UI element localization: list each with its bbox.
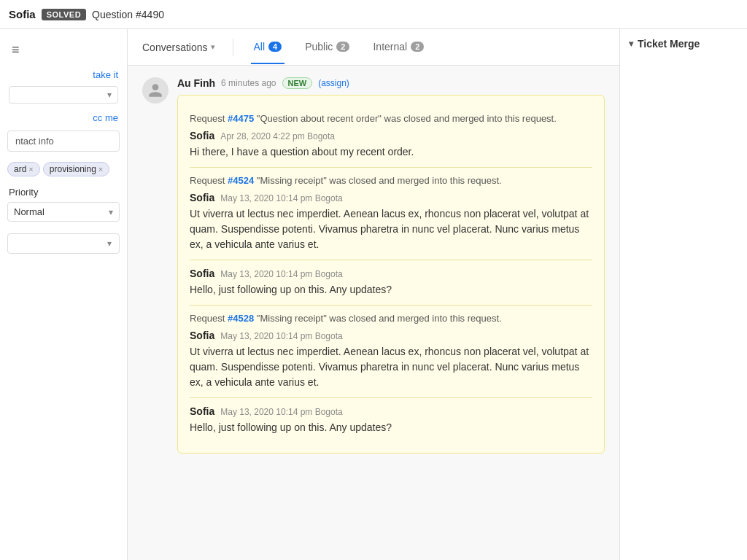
msg-author: Sofia [190,192,214,203]
tab-public-badge: 2 [336,42,349,52]
avatar-col [142,77,169,104]
msg-time: Apr 28, 2020 4:22 pm Bogota [220,131,335,141]
layout: ≡ take it ▾ cc me ntact info ard × provi… [0,29,747,560]
msg-author-line: Sofia Apr 28, 2020 4:22 pm Bogota [190,130,592,141]
message-block-0: Request #4475 "Question about recent ord… [190,106,592,168]
conversations-dropdown-button[interactable]: Conversations ▾ [142,42,215,53]
top-bar-title: Sofia [9,8,36,20]
new-badge: NEW [282,77,313,89]
priority-dropdown[interactable]: Normal ▾ [7,202,120,222]
sidebar: ≡ take it ▾ cc me ntact info ard × provi… [0,29,128,560]
msg-author: Sofia [190,130,214,141]
thread-container: Au Finh 6 minutes ago NEW (assign) Reque… [142,77,605,454]
right-panel: ▾ Ticket Merge [619,29,747,560]
question-label: Question #4490 [92,9,164,20]
msg-time: May 13, 2020 10:14 pm Bogota [220,407,342,417]
tabs-bar: Conversations ▾ All 4 Public 2 Internal … [128,29,619,66]
tab-public[interactable]: Public 2 [302,31,352,64]
ticket-merge-label: Ticket Merge [638,38,700,50]
contact-info-field[interactable]: ntact info [7,131,120,152]
conversation-area: Au Finh 6 minutes ago NEW (assign) Reque… [128,66,619,560]
tag-ard[interactable]: ard × [7,162,40,176]
collapse-icon: ▾ [629,39,633,49]
priority-chevron-icon: ▾ [109,207,113,217]
take-it-button[interactable]: take it [0,66,127,83]
msg-time: May 13, 2020 10:14 pm Bogota [220,193,342,203]
main-panel: Conversations ▾ All 4 Public 2 Internal … [128,29,619,560]
msg-author-line: Sofia May 13, 2020 10:14 pm Bogota [190,330,592,341]
solved-badge: SOLVED [42,9,86,20]
msg-text: Ut viverra ut lectus nec imperdiet. Aene… [190,344,592,390]
tab-internal[interactable]: Internal 2 [370,31,427,64]
tab-internal-badge: 2 [411,42,424,52]
thread-time: 6 minutes ago [221,78,276,88]
merge-link[interactable]: #4528 [228,313,254,324]
message-block-3: Request #4528 "Missing receipt" was clos… [190,306,592,398]
msg-author-line: Sofia May 13, 2020 10:14 pm Bogota [190,192,592,203]
priority-value: Normal [14,206,44,217]
tab-all[interactable]: All 4 [251,31,285,64]
hamburger-icon[interactable]: ≡ [0,36,127,63]
msg-author-line: Sofia May 13, 2020 10:14 pm Bogota [190,405,592,417]
merge-notice: Request #4524 "Missing receipt" was clos… [190,175,592,186]
tab-all-badge: 4 [268,42,282,52]
msg-text: Ut viverra ut lectus nec imperdiet. Aene… [190,206,592,252]
msg-author-line: Sofia May 13, 2020 10:14 pm Bogota [190,268,592,279]
msg-text: Hello, just following up on this. Any up… [190,282,592,298]
message-block-4: Sofia May 13, 2020 10:14 pm Bogota Hello… [190,398,592,443]
sidebar-bottom-section[interactable]: ▾ [7,233,120,254]
message-block-2: Sofia May 13, 2020 10:14 pm Bogota Hello… [190,260,592,306]
priority-label: Priority [0,182,127,199]
merge-link[interactable]: #4475 [228,113,254,124]
tags-container: ard × provisioning × [0,156,127,182]
thread-author: Au Finh [177,77,215,89]
merge-notice: Request #4475 "Question about recent ord… [190,113,592,124]
conversations-label: Conversations [142,42,208,53]
tag-ard-remove[interactable]: × [28,165,33,174]
assignee-dropdown[interactable]: ▾ [9,86,118,104]
msg-text: Hello, just following up on this. Any up… [190,420,592,435]
assignee-chevron-icon: ▾ [107,90,112,100]
msg-author: Sofia [190,330,214,341]
thread-header: Au Finh 6 minutes ago NEW (assign) [177,77,605,89]
msg-author: Sofia [190,405,214,417]
msg-author: Sofia [190,268,214,279]
bottom-section-chevron-icon: ▾ [107,238,112,249]
merge-notice: Request #4528 "Missing receipt" was clos… [190,313,592,324]
message-card: Request #4475 "Question about recent ord… [177,95,605,454]
msg-time: May 13, 2020 10:14 pm Bogota [220,331,342,341]
tag-provisioning-remove[interactable]: × [98,165,103,174]
merge-link[interactable]: #4524 [228,175,254,186]
msg-text: Hi there, I have a question about my rec… [190,144,592,160]
ticket-merge-header[interactable]: ▾ Ticket Merge [629,38,738,50]
tag-provisioning[interactable]: provisioning × [43,162,109,176]
avatar [142,77,169,104]
message-block-1: Request #4524 "Missing receipt" was clos… [190,168,592,260]
msg-time: May 13, 2020 10:14 pm Bogota [220,269,342,279]
conversations-chevron-icon: ▾ [211,42,215,52]
assign-link[interactable]: (assign) [318,78,349,88]
cc-me-button[interactable]: cc me [0,109,127,126]
top-bar: Sofia SOLVED Question #4490 [0,0,747,29]
tab-divider [233,39,233,56]
